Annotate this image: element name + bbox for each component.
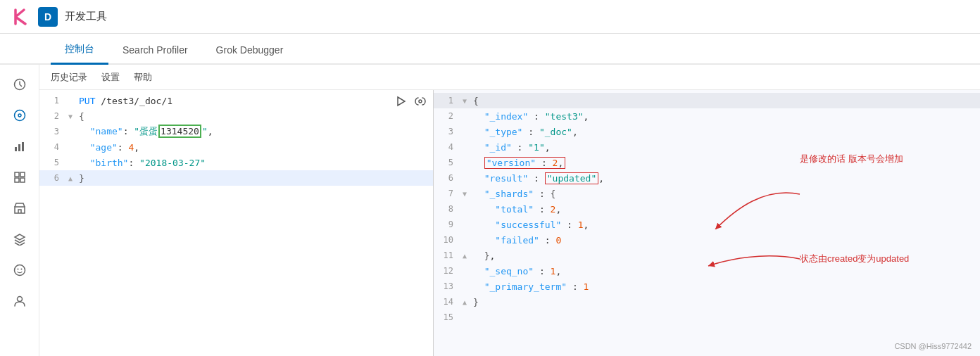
sidebar-icon-store[interactable] xyxy=(6,194,34,222)
sidebar-icon-grid[interactable] xyxy=(6,163,34,191)
editor-line-3: 3 "name": "蛋蛋1314520", xyxy=(39,124,433,139)
svg-point-3 xyxy=(18,114,21,117)
sidebar-icon-layers[interactable] xyxy=(6,225,34,253)
editor-line-6: 6 ▲ } xyxy=(39,170,433,186)
svg-point-16 xyxy=(419,100,422,103)
sidebar-icon-compass[interactable] xyxy=(6,101,34,129)
sidebar-icon-chart[interactable] xyxy=(6,132,34,160)
result-line-2: 2 "_index" : "test3", xyxy=(434,108,980,124)
main-layout: 历史记录 设置 帮助 1 PUT /test3/_doc/1 xyxy=(0,65,980,356)
watermark: CSDN @Hiss9772442 xyxy=(894,342,972,350)
svg-rect-4 xyxy=(15,147,17,151)
svg-rect-6 xyxy=(22,142,24,151)
annotation-updated: 状态由created变为updated xyxy=(800,252,909,265)
svg-rect-8 xyxy=(20,172,25,177)
sidebar xyxy=(0,65,39,356)
editor-line-4: 4 "age": 4, xyxy=(39,139,433,155)
result-line-9: 9 "successful" : 1, xyxy=(434,217,980,232)
left-panel: 1 PUT /test3/_doc/1 xyxy=(39,90,434,356)
result-line-8: 8 "total" : 2, xyxy=(434,201,980,217)
copy-as-curl-icon[interactable] xyxy=(413,94,427,108)
annotation-version: 是修改的话 版本号会增加 xyxy=(800,152,903,165)
svg-rect-7 xyxy=(15,172,19,177)
svg-marker-15 xyxy=(398,97,405,106)
editor-line-2: 2 ▼ { xyxy=(39,108,433,124)
tab-console[interactable]: 控制台 xyxy=(51,36,108,65)
toolbar-history[interactable]: 历史记录 xyxy=(51,71,87,84)
result-line-7: 7 ▼ "_shards" : { xyxy=(434,186,980,201)
svg-rect-9 xyxy=(15,178,19,182)
result-line-6: 6 "result" : "updated", xyxy=(434,170,980,186)
sidebar-icon-user[interactable] xyxy=(6,287,34,315)
version-highlight: "version" : 2, xyxy=(484,157,566,169)
run-icon[interactable] xyxy=(394,94,408,108)
toolbar-settings[interactable]: 设置 xyxy=(101,71,120,84)
editor-action-buttons xyxy=(394,94,427,108)
svg-point-12 xyxy=(17,269,18,270)
highlighted-value: 1314520 xyxy=(158,125,201,138)
toolbar-help[interactable]: 帮助 xyxy=(134,71,152,84)
svg-point-2 xyxy=(14,110,25,121)
tab-search-profiler[interactable]: Search Profiler xyxy=(108,37,202,65)
left-editor[interactable]: 1 PUT /test3/_doc/1 xyxy=(39,90,433,356)
result-line-15: 15 xyxy=(434,310,980,325)
content-area: 历史记录 设置 帮助 1 PUT /test3/_doc/1 xyxy=(39,65,980,356)
result-line-3: 3 "_type" : "_doc", xyxy=(434,124,980,139)
svg-rect-10 xyxy=(20,178,25,182)
right-editor: 1 ▼ { 2 "_index" : "test3", 3 xyxy=(434,90,980,356)
app-avatar: D xyxy=(38,7,58,27)
result-line-14: 14 ▲ } xyxy=(434,294,980,310)
toolbar: 历史记录 设置 帮助 xyxy=(39,65,980,90)
top-bar: D 开发工具 xyxy=(0,0,980,34)
tab-bar: 控制台 Search Profiler Grok Debugger xyxy=(0,34,980,65)
logo-area: D 开发工具 xyxy=(11,7,107,27)
sidebar-icon-face[interactable] xyxy=(6,256,34,284)
panels: 1 PUT /test3/_doc/1 xyxy=(39,90,980,356)
annotation-arrow-2 xyxy=(701,245,842,287)
kibana-logo-icon xyxy=(11,7,31,27)
sidebar-icon-clock[interactable] xyxy=(6,70,34,98)
annotation-arrow-1 xyxy=(708,152,849,229)
editor-line-5: 5 "birth": "2018-03-27" xyxy=(39,155,433,170)
editor-line-1: 1 PUT /test3/_doc/1 xyxy=(39,93,433,108)
svg-rect-0 xyxy=(11,7,31,27)
app-title: 开发工具 xyxy=(65,10,107,23)
result-line-1: 1 ▼ { xyxy=(434,93,980,108)
result-highlight: "updated" xyxy=(545,172,598,184)
svg-point-13 xyxy=(20,269,22,270)
tab-grok-debugger[interactable]: Grok Debugger xyxy=(202,37,298,65)
svg-point-14 xyxy=(17,297,22,302)
svg-rect-5 xyxy=(18,144,20,151)
svg-point-11 xyxy=(14,265,25,276)
right-panel: 1 ▼ { 2 "_index" : "test3", 3 xyxy=(434,90,980,356)
